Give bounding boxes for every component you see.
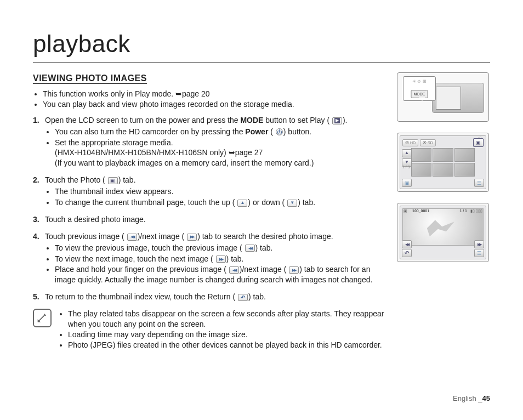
step-1-sub1-b: ( (268, 127, 275, 136)
power-icon: ⏻ (276, 128, 283, 135)
step-2: 2. Touch the Photo ( ) tab. The thumbnai… (33, 175, 386, 208)
illustration-column: ☀ ⊘ ⊞ MODE ☟ ⦿ HD ⦿ SD 1 / 3 ▣ (397, 72, 490, 350)
camcorder-body-icon (432, 83, 484, 113)
next-image-icon (474, 240, 484, 248)
illustration-camcorder: ☀ ⊘ ⊞ MODE (397, 72, 489, 122)
note-box: The play related tabs disappear on the s… (33, 309, 386, 350)
down-icon (287, 200, 297, 207)
step-4-sub3-b: )/next image ( (240, 265, 288, 274)
battery-icon: ▮▯ ▯▯▯ (470, 208, 482, 213)
step-4-text-a: Touch previous image ( (45, 232, 127, 241)
step-4-sub2-b: ) tab. (226, 254, 244, 263)
prev-image-icon (127, 234, 137, 241)
sd-tab: ⦿ SD (420, 139, 436, 146)
step-number: 2. (33, 175, 39, 185)
step-2-text-b: ) tab. (118, 175, 136, 184)
frame-index: 1 / 1 (459, 208, 467, 213)
note-2: Loading time may vary depending on the i… (68, 330, 386, 340)
step-1-sub1-c: ) button. (283, 127, 311, 136)
photo-preview (402, 208, 484, 246)
step-4: 4. Touch previous image ( )/next image (… (33, 231, 386, 285)
step-2-text-a: Touch the Photo ( (45, 175, 107, 184)
photo-tab-icon: ▣ (403, 208, 407, 213)
step-1-text-b: button to set Play ( (263, 116, 332, 124)
return-icon (238, 294, 248, 301)
note-1: The play related tabs disappear on the s… (68, 309, 386, 330)
next-image-icon (289, 266, 299, 274)
step-1: 1. Open the LCD screen to turn on the po… (33, 115, 386, 168)
page-footer: English _45 (453, 394, 490, 404)
step-1-sub2-note-a: (HMX-H104BN/HMX-H105BN/HMX-H106SN only) (55, 148, 229, 157)
step-2-sub2-c: ) tab. (298, 198, 315, 207)
note-3: Photo (JPEG) files created in the other … (68, 340, 386, 350)
step-2-sub2-b: ) or down ( (248, 198, 287, 207)
step-5: 5. To return to the thumbnail index view… (33, 292, 386, 302)
note-icon (33, 309, 52, 327)
step-number: 3. (33, 214, 39, 225)
menu-icon: ☰ (474, 179, 484, 187)
page-ref-20: ➥page 20 (175, 89, 210, 98)
step-4-sub1-a: To view the previous image, touch the pr… (55, 243, 245, 252)
step-1-sub1-a: You can also turn the HD camcorder on by… (55, 127, 245, 136)
prev-image-icon (402, 240, 412, 248)
menu-icon: ☰ (474, 249, 484, 257)
up-icon (237, 200, 247, 207)
next-image-icon (216, 256, 226, 263)
step-1-sub2: Set the appropriate storage media. (55, 138, 173, 147)
next-image-icon (187, 234, 197, 241)
chapter-title: playback (33, 27, 490, 63)
storage-icon: ▣ (402, 179, 412, 187)
step-number: 1. (33, 115, 39, 126)
mode-button-label: MODE (411, 90, 428, 98)
step-number: 4. (33, 231, 39, 242)
step-4-text-b: )/next image ( (138, 232, 186, 241)
step-4-sub1-b: ) tab. (255, 243, 273, 252)
hd-tab: ⦿ HD (402, 139, 418, 146)
prev-image-icon (229, 266, 239, 274)
step-2-sub2-a: To change the current thumbnail page, to… (55, 198, 237, 207)
photo-tab-icon (473, 138, 484, 147)
step-2-sub1: The thumbnail index view appears. (55, 186, 386, 197)
step-3-text: Touch a desired photo image. (45, 215, 146, 224)
step-4-sub3-a: Place and hold your finger on the previo… (55, 265, 229, 274)
mode-word: MODE (240, 116, 263, 124)
play-mode-icon (332, 117, 342, 124)
thumbnail-grid (411, 148, 475, 177)
up-icon (402, 149, 412, 157)
file-id: 100_0001 (412, 208, 429, 213)
footer-page-number: 45 (482, 394, 490, 402)
return-icon (402, 249, 412, 257)
step-1-sub2-note-b: (If you want to playback images on a mem… (55, 158, 314, 167)
page-ref-27: ➥page 27 (229, 148, 263, 157)
main-text-column: VIEWING PHOTO IMAGES This function works… (33, 72, 386, 350)
step-1-text-a: Open the LCD screen to turn on the power… (45, 116, 240, 124)
step-1-text-c: ). (343, 116, 348, 124)
prev-image-icon (245, 245, 255, 252)
callout-bubble: ☀ ⊘ ⊞ MODE (403, 76, 436, 101)
photo-tab-icon (108, 177, 118, 184)
step-3: 3. Touch a desired photo image. (33, 214, 386, 225)
section-title: VIEWING PHOTO IMAGES (33, 72, 386, 84)
intro-item-1: This function works only in Play mode. (43, 89, 175, 98)
step-4-sub2-a: To view the next image, touch the next i… (55, 254, 215, 263)
power-word: Power (245, 127, 268, 136)
illustration-single-photo-screen: ▣ 100_0001 1 / 1 ▮▯ ▯▯▯ ☰ (397, 203, 489, 262)
intro-list: This function works only in Play mode. ➥… (33, 89, 386, 110)
footer-lang: English _ (453, 394, 482, 402)
steps-list: 1. Open the LCD screen to turn on the po… (33, 115, 386, 302)
page-counter: 1 / 3 (402, 164, 410, 169)
step-5-text-a: To return to the thumbnail index view, t… (45, 292, 237, 301)
step-5-text-b: ) tab. (248, 292, 266, 301)
intro-item-2: You can play back and view photo images … (43, 99, 386, 110)
step-number: 5. (33, 292, 39, 302)
step-4-text-c: ) tab to search the desired photo image. (197, 232, 333, 241)
illustration-thumbnail-screen: ☟ ⦿ HD ⦿ SD 1 / 3 ▣ ☰ (397, 133, 489, 192)
